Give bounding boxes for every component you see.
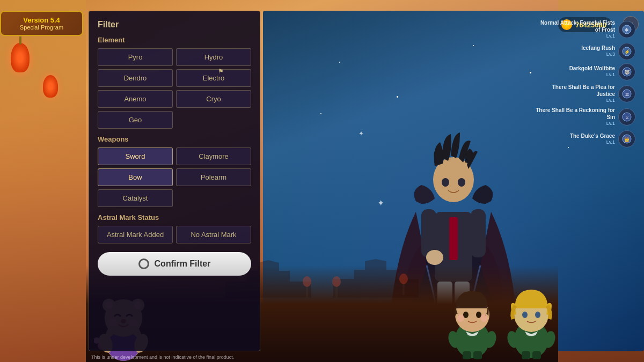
filter-no-astral[interactable]: No Astral Mark — [176, 226, 251, 243]
svg-point-60 — [522, 312, 528, 318]
program-text: Special Program — [10, 24, 74, 31]
skill-name-1: Icefang Rush — [528, 45, 615, 51]
skill-text-5: The Duke's Grace Lv.1 — [528, 132, 615, 146]
element-filter-grid: Pyro Hydro Dendro Electro ⚑ Anemo Cryo G… — [98, 48, 251, 129]
filter-claymore[interactable]: Claymore — [176, 147, 251, 165]
svg-point-52 — [457, 314, 464, 322]
filter-cryo[interactable]: Cryo — [176, 90, 251, 108]
element-section-title: Element — [98, 36, 251, 44]
skill-item-4: There Shall Be a Reckoning forSin Lv.1 ⚔ — [528, 107, 635, 127]
skill-name-4: There Shall Be a Reckoning forSin — [528, 107, 615, 121]
skill-name-2: Darkgold Wolfbite — [528, 65, 615, 72]
svg-rect-58 — [532, 351, 541, 359]
filter-dendro[interactable]: Dendro — [98, 69, 173, 87]
svg-text:❄: ❄ — [625, 27, 629, 33]
filter-pyro[interactable]: Pyro — [98, 48, 173, 66]
weapons-filter-grid: Sword Claymore Bow Polearm Catalyst — [98, 147, 251, 207]
confirm-filter-button[interactable]: Confirm Filter — [98, 252, 251, 276]
skill-item-5: The Duke's Grace Lv.1 👑 — [528, 130, 635, 147]
skill-text-2: Darkgold Wolfbite Lv.1 — [528, 65, 615, 78]
svg-point-28 — [332, 276, 341, 287]
filter-electro[interactable]: Electro ⚑ — [176, 69, 251, 87]
svg-point-61 — [535, 312, 540, 318]
skill-name-0: Normal Attack: Forceful Fistsof Frost — [528, 19, 615, 33]
skill-level-3: Lv.1 — [528, 98, 615, 104]
skill-text-0: Normal Attack: Forceful Fistsof Frost Lv… — [528, 19, 615, 40]
disclaimer-text: This is under development and is not ind… — [91, 354, 234, 360]
filter-astral-added[interactable]: Astral Mark Added — [98, 226, 173, 243]
chibi-right2-character — [499, 276, 569, 362]
skills-panel: Normal Attack: Forceful Fistsof Frost Lv… — [528, 19, 635, 147]
astral-section-title: Astral Mark Status — [98, 213, 251, 221]
filter-hydro[interactable]: Hydro — [176, 48, 251, 66]
skill-item-0: Normal Attack: Forceful Fistsof Frost Lv… — [528, 19, 635, 40]
confirm-filter-label: Confirm Filter — [155, 259, 211, 269]
svg-text:⚖: ⚖ — [625, 92, 629, 97]
filter-catalyst[interactable]: Catalyst — [98, 189, 173, 207]
skill-icon-4[interactable]: ⚔ — [618, 108, 635, 125]
svg-point-8 — [458, 178, 465, 187]
svg-text:⚔: ⚔ — [625, 115, 629, 120]
skill-icon-2[interactable]: 🐺 — [618, 63, 635, 80]
skill-name-5: The Duke's Grace — [528, 132, 615, 139]
filter-title: Filter — [98, 20, 251, 29]
skill-text-1: Icefang Rush Lv.3 — [528, 45, 615, 58]
lantern-decoration-left2 — [43, 75, 58, 98]
skill-name-3: There Shall Be a Plea forJustice — [528, 84, 615, 98]
astral-filter-grid: Astral Mark Added No Astral Mark — [98, 226, 251, 243]
filter-sword[interactable]: Sword — [98, 147, 173, 165]
lantern-decoration-left — [11, 43, 30, 72]
filter-bow[interactable]: Bow — [98, 168, 173, 186]
skill-text-3: There Shall Be a Plea forJustice Lv.1 — [528, 84, 615, 104]
skill-level-1: Lv.3 — [528, 51, 615, 58]
svg-rect-4 — [471, 209, 486, 257]
svg-point-53 — [480, 314, 488, 322]
svg-rect-48 — [473, 351, 482, 359]
skill-icon-5[interactable]: 👑 — [618, 130, 635, 147]
skill-icon-1[interactable]: ⚡ — [618, 43, 635, 60]
svg-rect-57 — [522, 351, 530, 359]
skill-item-3: There Shall Be a Plea forJustice Lv.1 ⚖ — [528, 84, 635, 104]
chibi-char2-svg — [499, 276, 564, 359]
svg-text:👑: 👑 — [624, 137, 630, 142]
svg-rect-47 — [463, 351, 471, 359]
filter-panel: Filter Element Pyro Hydro Dendro Electro… — [89, 11, 260, 351]
svg-rect-2 — [449, 217, 458, 260]
skill-level-2: Lv.1 — [528, 72, 615, 78]
svg-point-26 — [303, 276, 311, 287]
svg-text:⚡: ⚡ — [624, 49, 631, 55]
skill-icon-0[interactable]: ❄ — [618, 21, 635, 38]
filter-polearm[interactable]: Polearm — [176, 168, 251, 186]
confirm-circle-icon — [138, 258, 149, 269]
skill-level-4: Lv.1 — [528, 121, 615, 127]
filter-geo[interactable]: Geo — [98, 111, 173, 129]
weapons-section-title: Weapons — [98, 135, 251, 143]
chibi-char1-svg — [440, 276, 504, 359]
skill-text-4: There Shall Be a Reckoning forSin Lv.1 — [528, 107, 615, 127]
version-text: Version 5.4 — [10, 16, 74, 24]
skill-level-5: Lv.1 — [528, 139, 615, 146]
version-badge: Version 5.4 Special Program — [0, 11, 83, 36]
skill-item-1: Icefang Rush Lv.3 ⚡ — [528, 43, 635, 60]
filter-anemo[interactable]: Anemo — [98, 90, 173, 108]
svg-text:🐺: 🐺 — [624, 69, 631, 76]
skill-level-0: Lv.1 — [528, 33, 615, 40]
svg-point-7 — [442, 178, 449, 187]
skill-icon-3[interactable]: ⚖ — [618, 85, 635, 102]
skill-item-2: Darkgold Wolfbite Lv.1 🐺 — [528, 63, 635, 80]
svg-point-30 — [399, 274, 408, 284]
